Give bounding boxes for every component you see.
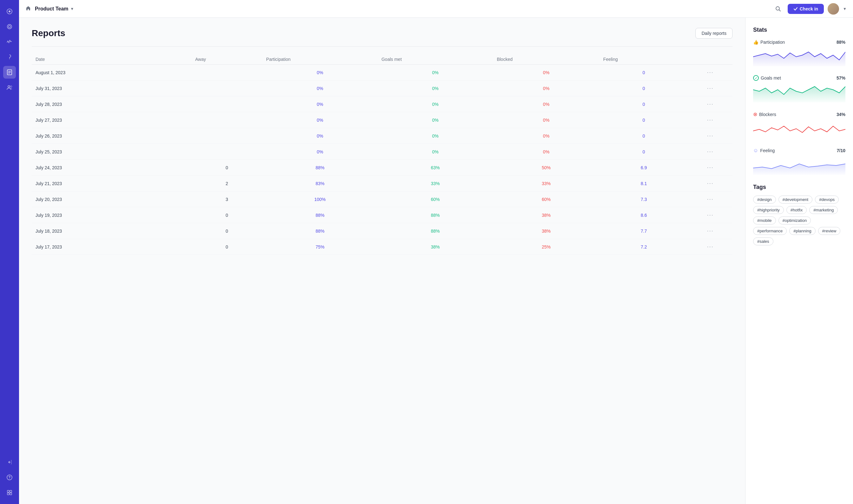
workspace-name: Product Team <box>35 6 69 12</box>
stat-blockers: ⊗ Blockers 34% <box>753 111 846 140</box>
tag-item[interactable]: #optimization <box>779 216 811 224</box>
cell-date: July 19, 2023 <box>32 207 192 223</box>
cell-actions[interactable]: ··· <box>688 128 732 144</box>
cell-actions[interactable]: ··· <box>688 223 732 239</box>
cell-actions[interactable]: ··· <box>688 176 732 192</box>
stat-feeling: ☺ Feeling 7/10 <box>753 148 846 176</box>
sidebar-item-focus[interactable] <box>3 20 16 33</box>
sidebar-item-dashboard[interactable] <box>3 5 16 18</box>
table-row: July 21, 2023 2 83% 33% 33% 8.1 ··· <box>32 176 732 192</box>
cell-participation: 83% <box>262 176 378 192</box>
cell-blocked: 38% <box>493 223 600 239</box>
cell-blocked: 0% <box>493 65 600 80</box>
stat-participation-value: 88% <box>836 40 846 45</box>
row-menu-button[interactable]: ··· <box>707 132 714 139</box>
cell-date: July 24, 2023 <box>32 160 192 176</box>
cell-participation: 0% <box>262 144 378 160</box>
row-menu-button[interactable]: ··· <box>707 180 714 187</box>
svg-rect-12 <box>7 490 9 492</box>
tag-item[interactable]: #design <box>753 196 776 203</box>
tag-item[interactable]: #performance <box>753 227 787 235</box>
cell-actions[interactable]: ··· <box>688 160 732 176</box>
sidebar-item-reports[interactable] <box>3 66 16 78</box>
cell-away: 0 <box>192 160 263 176</box>
sidebar-item-people[interactable] <box>3 81 16 94</box>
row-menu-button[interactable]: ··· <box>707 244 714 250</box>
row-menu-button[interactable]: ··· <box>707 148 714 155</box>
col-header-blocked: Blocked <box>493 54 600 65</box>
cell-actions[interactable]: ··· <box>688 144 732 160</box>
cell-actions[interactable]: ··· <box>688 207 732 223</box>
stat-feeling-label: ☺ Feeling <box>753 148 775 154</box>
row-menu-button[interactable]: ··· <box>707 164 714 171</box>
cell-date: July 25, 2023 <box>32 144 192 160</box>
reports-header: Reports Daily reports <box>32 28 732 39</box>
sidebar-item-insights[interactable] <box>3 51 16 64</box>
cell-feeling: 0 <box>599 144 688 160</box>
cell-goals: 63% <box>378 160 493 176</box>
blocker-icon: ⊗ <box>753 111 757 117</box>
avatar[interactable] <box>828 3 839 15</box>
cell-actions[interactable]: ··· <box>688 96 732 112</box>
cell-participation: 75% <box>262 239 378 255</box>
tag-item[interactable]: #highpriority <box>753 206 784 214</box>
row-menu-button[interactable]: ··· <box>707 116 714 123</box>
row-menu-button[interactable]: ··· <box>707 212 714 218</box>
row-menu-button[interactable]: ··· <box>707 101 714 107</box>
cell-actions[interactable]: ··· <box>688 112 732 128</box>
table-row: July 24, 2023 0 88% 63% 50% 6.9 ··· <box>32 160 732 176</box>
row-menu-button[interactable]: ··· <box>707 69 714 76</box>
feeling-icon: ☺ <box>753 148 758 154</box>
col-header-date: Date <box>32 54 192 65</box>
tag-item[interactable]: #sales <box>753 237 774 245</box>
checkin-button[interactable]: Check in <box>788 4 824 14</box>
cell-participation: 0% <box>262 65 378 80</box>
table-row: July 31, 2023 0% 0% 0% 0 ··· <box>32 80 732 96</box>
checkin-label: Check in <box>800 6 818 12</box>
stat-goals-value: 57% <box>836 75 846 80</box>
reports-divider <box>32 46 732 47</box>
svg-point-11 <box>9 478 10 479</box>
sidebar-item-help[interactable] <box>3 471 16 484</box>
sidebar-item-grid[interactable] <box>3 486 16 499</box>
tag-item[interactable]: #marketing <box>809 206 838 214</box>
cell-goals: 60% <box>378 192 493 207</box>
stat-feeling-value: 7/10 <box>837 148 846 153</box>
row-menu-button[interactable]: ··· <box>707 228 714 234</box>
cell-date: July 21, 2023 <box>32 176 192 192</box>
row-menu-button[interactable]: ··· <box>707 196 714 202</box>
workspace-chevron: ▼ <box>70 7 74 11</box>
cell-goals: 38% <box>378 239 493 255</box>
tag-item[interactable]: #development <box>779 196 813 203</box>
stat-goals: ✓ Goals met 57% <box>753 75 846 104</box>
cell-actions[interactable]: ··· <box>688 80 732 96</box>
tag-item[interactable]: #review <box>818 227 841 235</box>
cell-participation: 88% <box>262 223 378 239</box>
cell-feeling: 6.9 <box>599 160 688 176</box>
reports-table: Date Away Participation Goals met Blocke… <box>32 54 732 255</box>
cell-date: July 18, 2023 <box>32 223 192 239</box>
search-button[interactable] <box>772 3 784 15</box>
avatar-chevron[interactable]: ▼ <box>843 7 847 11</box>
cell-actions[interactable]: ··· <box>688 192 732 207</box>
tag-item[interactable]: #planning <box>789 227 815 235</box>
topbar: Product Team ▼ Check in ▼ <box>19 0 853 18</box>
workspace-title[interactable]: Product Team ▼ <box>35 6 74 12</box>
sidebar-item-collapse[interactable] <box>3 456 16 468</box>
row-menu-button[interactable]: ··· <box>707 85 714 92</box>
cell-actions[interactable]: ··· <box>688 65 732 80</box>
tag-item[interactable]: #devops <box>815 196 839 203</box>
stats-title: Stats <box>753 26 846 33</box>
cell-blocked: 0% <box>493 128 600 144</box>
sidebar-item-activity[interactable] <box>3 36 16 48</box>
cell-actions[interactable]: ··· <box>688 239 732 255</box>
stat-participation-label: 👍 Participation <box>753 40 785 45</box>
goals-chart <box>753 83 846 102</box>
home-icon[interactable] <box>25 5 31 12</box>
cell-goals: 33% <box>378 176 493 192</box>
daily-reports-button[interactable]: Daily reports <box>695 28 732 39</box>
tag-item[interactable]: #mobile <box>753 216 776 224</box>
tags-container: #design#development#devops#highpriority#… <box>753 196 846 245</box>
tag-item[interactable]: #hotfix <box>786 206 807 214</box>
checkmark-icon: ✓ <box>753 75 759 81</box>
